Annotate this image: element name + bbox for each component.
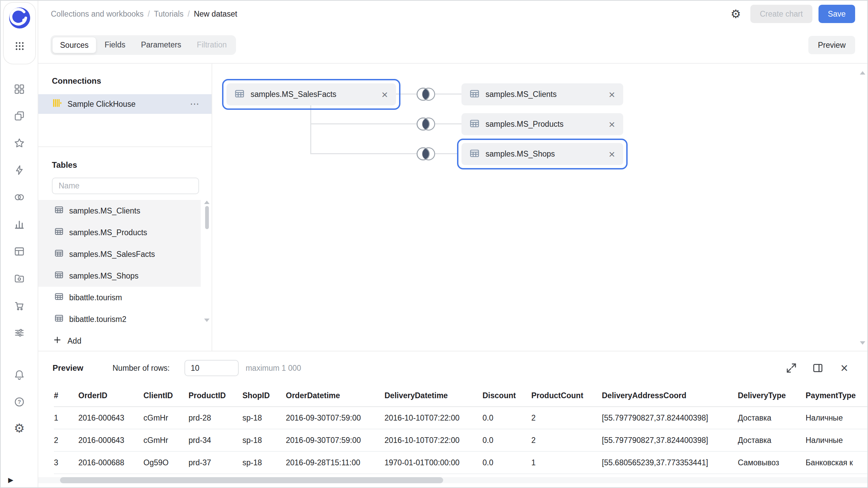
preview-cell: cGmHr [143,429,189,451]
create-chart-button[interactable]: Create chart [750,5,812,23]
preview-cell: 0.0 [482,407,531,429]
table-icon [54,226,64,239]
table-list-item[interactable]: samples.MS_Products [38,222,201,243]
preview-header-row: # OrderID ClientID ProductID ShopID Orde… [54,385,867,407]
remove-table-icon[interactable]: × [380,89,389,100]
clickhouse-icon [52,98,62,110]
preview-cell: sp-18 [242,429,286,451]
tables-group-samples: samples.MS_Clients samples.MS_Products s… [38,200,201,287]
table-list-item[interactable]: samples.MS_SalesFacts [38,243,201,265]
connections-panel: Connections Sample ClickHouse ⋯ Tables [38,64,212,351]
close-preview-icon[interactable]: × [837,361,851,375]
table-icon [54,205,64,217]
dock-preview-icon[interactable] [811,361,825,375]
remove-table-icon[interactable]: × [607,89,616,100]
preview-cell: 2016-000643 [78,429,143,451]
dashboards-table-icon[interactable] [10,242,29,261]
services-sliders-icon[interactable] [10,323,29,342]
preview-cell: [55.680565239,37.773353441] [602,451,738,474]
remove-table-icon[interactable]: × [607,149,616,160]
column-header: Discount [482,385,531,407]
join-type-icon[interactable] [415,146,437,161]
connection-item-sample-clickhouse[interactable]: Sample ClickHouse ⋯ [38,94,212,114]
table-icon [469,148,480,160]
table-list-item[interactable]: samples.MS_Shops [38,265,201,287]
connection-name: Sample ClickHouse [67,100,136,109]
collections-icon[interactable] [10,80,29,99]
preview-title: Preview [53,363,83,373]
add-table-button[interactable]: Add [38,330,212,351]
topbar-actions: ⚙ Create chart Save [727,5,855,23]
workbooks-icon[interactable] [10,106,29,125]
table-search-input[interactable] [52,178,199,194]
connections-lightning-icon[interactable] [10,161,29,180]
marketplace-cart-icon[interactable] [10,296,29,315]
selected-node-ring: samples.MS_SalesFacts × [222,79,400,110]
dataset-node-clients[interactable]: samples.MS_Clients × [461,83,623,105]
list-scroll-up-icon[interactable] [204,201,210,204]
table-name: samples.MS_Clients [69,206,140,216]
preview-cell: Доставка [738,407,806,429]
settings-gear-icon-rail[interactable]: ⚙ [10,419,29,438]
preview-cell: Наличные [806,407,867,429]
node-label: samples.MS_Clients [486,90,557,99]
tab-fields[interactable]: Fields [97,37,133,53]
breadcrumb-tutorials-link[interactable]: Tutorials [154,9,183,19]
dataset-settings-gear-icon[interactable]: ⚙ [727,5,744,22]
rows-count-input[interactable] [184,360,239,376]
tab-sources[interactable]: Sources [52,37,96,53]
column-header: ProductID [189,385,242,407]
canvas-scroll-down-icon[interactable] [860,341,865,345]
add-label: Add [67,337,81,346]
sources-content: Connections Sample ClickHouse ⋯ Tables [38,63,867,351]
dataset-node-shops[interactable]: samples.MS_Shops × [461,143,623,165]
storage-folder-icon[interactable] [10,269,29,288]
help-question-icon[interactable]: ? [10,392,29,411]
list-scroll-down-icon[interactable] [204,319,210,322]
save-button[interactable]: Save [818,5,855,23]
list-scrollbar-thumb[interactable] [205,206,209,229]
apps-grid-icon[interactable] [10,37,29,56]
canvas-scroll-up-icon[interactable] [860,71,865,75]
table-list-item[interactable]: bibattle.tourism2 [38,308,201,330]
preview-cell: 1970-01-01T00:00:00 [384,451,482,474]
tab-parameters[interactable]: Parameters [134,37,189,53]
preview-header: Preview Number of rows: maximum 1 000 [38,351,867,385]
preview-cell: sp-18 [242,451,286,474]
svg-text:?: ? [18,399,21,405]
preview-toggle-button[interactable]: Preview [808,36,855,54]
collapse-sidebar-icon[interactable]: ▶ [6,474,21,485]
table-list-item[interactable]: samples.MS_Clients [38,200,201,222]
preview-cell: 2016-000643 [78,407,143,429]
connection-menu-icon[interactable]: ⋯ [190,99,200,109]
preview-cell: Наличные [806,429,867,451]
expand-preview-icon[interactable] [785,361,798,375]
preview-cell: Банковская к [806,451,867,474]
preview-horizontal-scrollbar[interactable] [38,477,867,483]
favorites-star-icon[interactable] [10,134,29,152]
preview-cell: 3 [54,451,78,474]
table-list-item[interactable]: bibattle.tourism [38,287,201,308]
dataset-node-products[interactable]: samples.MS_Products × [461,113,623,135]
datalens-logo-icon[interactable] [8,7,31,29]
table-icon [469,88,480,101]
preview-cell: Доставка [738,429,806,451]
remove-table-icon[interactable]: × [607,119,616,130]
preview-scrollbar-thumb[interactable] [60,477,443,483]
charts-bars-icon[interactable] [10,215,29,234]
preview-cell: 2 [54,429,78,451]
node-label: samples.MS_Products [486,120,564,129]
table-name: bibattle.tourism [69,293,122,302]
table-name: samples.MS_Products [69,228,147,237]
preview-row: 3 2016-000688 Og59O prd-37 sp-18 2016-09… [54,451,867,474]
plus-icon [53,335,62,347]
tables-list: samples.MS_Clients samples.MS_Products s… [38,200,212,351]
join-type-icon[interactable] [415,87,437,102]
breadcrumb: Collections and workbooks / Tutorials / … [51,9,237,19]
breadcrumb-collections-link[interactable]: Collections and workbooks [51,9,144,19]
preview-cell: [55.797790827,37.824400398] [602,429,738,451]
dataset-node-salesfacts[interactable]: samples.MS_SalesFacts × [226,83,396,105]
datasets-circles-icon[interactable] [10,188,29,207]
notifications-bell-icon[interactable] [10,365,29,384]
join-type-icon[interactable] [415,117,437,131]
